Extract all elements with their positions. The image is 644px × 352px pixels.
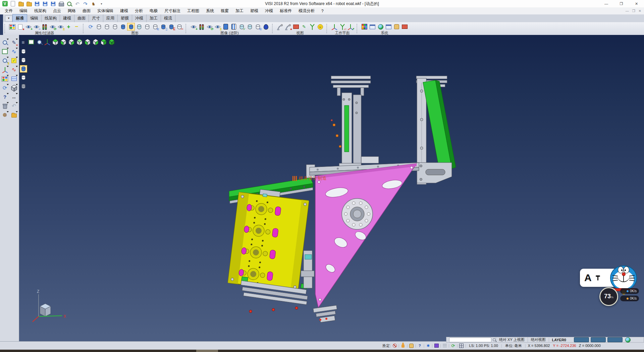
help-button[interactable]: ? (1, 93, 9, 101)
window-tools-button[interactable] (385, 23, 392, 31)
edit-display-button[interactable]: E (167, 23, 175, 31)
ghost-mode-button[interactable] (20, 74, 27, 81)
zoom-fit-button[interactable] (28, 38, 35, 46)
grid-pad-button[interactable] (401, 23, 409, 31)
view-bottom-button[interactable] (60, 38, 67, 46)
hidden-line-mode-button[interactable] (20, 56, 27, 64)
grid-toggle[interactable] (459, 343, 464, 348)
globe-icon[interactable] (625, 337, 631, 343)
transparent-display-button[interactable] (135, 23, 143, 31)
view-back-button[interactable] (76, 38, 83, 46)
validate-button[interactable]: ✓ (10, 56, 18, 65)
menu-window[interactable]: 视窗 (217, 7, 232, 14)
import-file-button[interactable] (26, 1, 32, 7)
wireframe-display-button[interactable] (95, 23, 103, 31)
absolute-view-indicator[interactable]: 绝对视图 (528, 337, 549, 342)
wcs-button[interactable] (1, 65, 9, 74)
menu-wireframe[interactable]: 线架构 (31, 7, 50, 14)
menu-system[interactable]: 系统 (203, 7, 217, 14)
striped-panel-button[interactable] (230, 23, 237, 31)
mdi-close-button[interactable]: ✕ (639, 9, 641, 13)
qat-more-button[interactable]: ▼ (99, 1, 104, 7)
adv-show-button[interactable]: + (190, 23, 197, 31)
dynamic-view2-button[interactable]: ● (284, 23, 292, 31)
menu-die[interactable]: 冲模 (262, 7, 276, 14)
menu-electrode[interactable]: 电极 (146, 7, 161, 14)
save-as-button[interactable] (42, 1, 48, 7)
toolbar-drag-handle[interactable] (326, 24, 328, 33)
menu-mold[interactable]: 塑模 (247, 7, 262, 14)
render-smile-button[interactable]: ☺ (316, 23, 324, 31)
workplane-set-button[interactable] (330, 23, 338, 31)
system-config-button[interactable] (377, 23, 384, 31)
display-menu-button[interactable]: ≡ (19, 38, 27, 46)
save-part-button[interactable] (10, 111, 18, 119)
tab-wireframe[interactable]: 线架构 (42, 14, 60, 22)
view-state-button[interactable] (591, 337, 606, 342)
tab-mold[interactable]: 塑膜 (118, 14, 132, 22)
view-state-button[interactable] (607, 337, 623, 342)
measure-button[interactable]: ↔ (10, 93, 18, 101)
toggle-visibility-button[interactable]: ± (57, 23, 64, 31)
orbit-toggle[interactable]: ⟳ (450, 343, 456, 348)
view-front-button[interactable] (68, 38, 75, 46)
menu-surface[interactable]: 曲面 (79, 7, 94, 14)
refresh-visibility-button[interactable]: ⟳ (49, 23, 56, 31)
grid-window-button[interactable] (10, 75, 18, 83)
tab-machining[interactable]: 加工 (147, 14, 161, 22)
view-iso2-button[interactable] (108, 38, 115, 46)
view-top-button[interactable] (52, 38, 59, 46)
active-layer-indicator[interactable]: LAYER0 (549, 338, 569, 342)
window-colors-button[interactable] (369, 23, 376, 31)
regen-solid-button[interactable]: ⟳ (87, 23, 95, 31)
view-right-button[interactable] (92, 38, 99, 46)
snap-toggle[interactable]: ✱ (425, 343, 431, 348)
attributes-button[interactable] (8, 23, 16, 31)
delete-button[interactable] (1, 102, 9, 110)
spline-button[interactable]: ∿ (10, 65, 18, 74)
menu-flow-analysis[interactable]: 模流分析 (295, 7, 318, 14)
view-left-button[interactable] (84, 38, 91, 46)
filter-traffic-button[interactable] (41, 23, 48, 31)
sketch-curve-button[interactable]: ∿ (10, 47, 18, 56)
minimize-button[interactable]: — (599, 0, 614, 7)
context-help-toggle[interactable]: ? (417, 343, 422, 348)
color-settings-button[interactable] (361, 23, 368, 31)
no-entry-toggle[interactable] (392, 343, 397, 348)
tab-dimension[interactable]: 尺寸 (89, 14, 103, 22)
undo-button[interactable]: ↶ (74, 1, 80, 7)
menu-help[interactable]: ? (318, 8, 327, 14)
ghost-display-button[interactable] (143, 23, 151, 31)
box-select-button[interactable] (1, 47, 9, 56)
toolbar-drag-handle[interactable] (4, 24, 6, 33)
dashed-display-button[interactable] (111, 23, 119, 31)
adv-toggle-button[interactable]: ± (214, 23, 221, 31)
show-all-button[interactable]: + (65, 23, 72, 31)
view-state-button[interactable] (574, 337, 589, 342)
navigator-button[interactable]: ☸ (1, 111, 9, 119)
shaded-mode-button[interactable] (20, 65, 27, 73)
menu-mesh[interactable]: 网格 (64, 7, 79, 14)
tab-surface[interactable]: 曲面 (74, 14, 89, 22)
axis-view-button[interactable] (308, 23, 316, 31)
toolbar-drag-handle[interactable] (357, 24, 358, 33)
material-drop-button[interactable] (262, 23, 270, 31)
undo-grey-button[interactable]: ↶ (10, 102, 18, 110)
menu-solid-edit[interactable]: 实体编辑 (94, 7, 117, 14)
lock-toggle[interactable]: 拴定 (382, 343, 390, 348)
tab-list-dropdown[interactable]: ▼ (5, 15, 12, 21)
zoom-previous-button[interactable] (36, 38, 43, 46)
attribute-books-button[interactable] (1, 75, 9, 83)
clip-cylinder-button[interactable]: ⊂ (254, 23, 262, 31)
section-display-button[interactable]: ✂ (175, 23, 183, 31)
maximize-button[interactable]: ❐ (614, 0, 629, 7)
toolbar-drag-handle[interactable] (185, 24, 187, 33)
menu-dimension[interactable]: 尺寸标注 (161, 7, 184, 14)
ucs-button[interactable] (44, 38, 51, 46)
tab-application[interactable]: 应用 (103, 14, 118, 22)
show-entities-button[interactable]: + (24, 23, 32, 31)
toolbar-drag-handle[interactable] (272, 24, 274, 33)
tab-standard[interactable]: 标准 (12, 14, 27, 23)
dynamic-view-button[interactable] (276, 23, 284, 31)
close-button[interactable]: ✕ (629, 0, 644, 7)
